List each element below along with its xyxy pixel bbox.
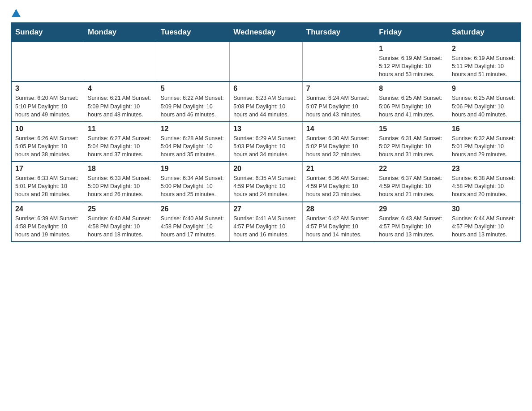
day-info: Sunrise: 6:30 AM Sunset: 5:02 PM Dayligh…	[306, 134, 372, 158]
day-number: 3	[15, 85, 80, 93]
day-info: Sunrise: 6:44 AM Sunset: 4:57 PM Dayligh…	[452, 214, 517, 239]
calendar-week-2: 3Sunrise: 6:20 AM Sunset: 5:10 PM Daylig…	[11, 81, 521, 121]
calendar-cell: 25Sunrise: 6:40 AM Sunset: 4:58 PM Dayli…	[84, 202, 157, 242]
day-number: 29	[379, 205, 444, 213]
weekday-header-wednesday: Wednesday	[230, 23, 303, 42]
day-info: Sunrise: 6:33 AM Sunset: 5:00 PM Dayligh…	[88, 174, 153, 198]
day-number: 25	[88, 205, 153, 213]
calendar-cell: 21Sunrise: 6:36 AM Sunset: 4:59 PM Dayli…	[302, 162, 375, 201]
day-info: Sunrise: 6:37 AM Sunset: 4:59 PM Dayligh…	[379, 174, 444, 198]
day-info: Sunrise: 6:40 AM Sunset: 4:58 PM Dayligh…	[88, 214, 153, 239]
calendar-cell: 30Sunrise: 6:44 AM Sunset: 4:57 PM Dayli…	[448, 202, 521, 242]
day-info: Sunrise: 6:35 AM Sunset: 4:59 PM Dayligh…	[233, 174, 299, 198]
day-number: 30	[452, 205, 517, 213]
calendar-cell: 14Sunrise: 6:30 AM Sunset: 5:02 PM Dayli…	[302, 122, 375, 162]
calendar-cell: 20Sunrise: 6:35 AM Sunset: 4:59 PM Dayli…	[230, 162, 303, 201]
calendar-cell: 24Sunrise: 6:39 AM Sunset: 4:58 PM Dayli…	[11, 202, 84, 242]
day-info: Sunrise: 6:22 AM Sunset: 5:09 PM Dayligh…	[161, 94, 226, 118]
weekday-header-tuesday: Tuesday	[157, 23, 230, 42]
calendar-cell: 16Sunrise: 6:32 AM Sunset: 5:01 PM Dayli…	[448, 122, 521, 162]
day-number: 15	[379, 125, 444, 133]
weekday-header-sunday: Sunday	[11, 23, 84, 42]
day-number: 2	[452, 45, 517, 53]
day-number: 22	[379, 165, 444, 173]
calendar-cell: 26Sunrise: 6:40 AM Sunset: 4:58 PM Dayli…	[157, 202, 230, 242]
weekday-header-friday: Friday	[375, 23, 448, 42]
day-info: Sunrise: 6:39 AM Sunset: 4:58 PM Dayligh…	[15, 214, 80, 239]
day-info: Sunrise: 6:25 AM Sunset: 5:06 PM Dayligh…	[379, 94, 444, 118]
day-info: Sunrise: 6:27 AM Sunset: 5:04 PM Dayligh…	[88, 134, 153, 158]
calendar-cell	[302, 42, 375, 81]
calendar-cell: 17Sunrise: 6:33 AM Sunset: 5:01 PM Dayli…	[11, 162, 84, 201]
calendar-cell: 11Sunrise: 6:27 AM Sunset: 5:04 PM Dayli…	[84, 122, 157, 162]
day-info: Sunrise: 6:23 AM Sunset: 5:08 PM Dayligh…	[233, 94, 299, 118]
day-info: Sunrise: 6:40 AM Sunset: 4:58 PM Dayligh…	[161, 214, 226, 239]
day-number: 28	[306, 205, 372, 213]
calendar-cell	[84, 42, 157, 81]
day-number: 26	[161, 205, 226, 213]
calendar-cell: 22Sunrise: 6:37 AM Sunset: 4:59 PM Dayli…	[375, 162, 448, 201]
calendar-cell: 5Sunrise: 6:22 AM Sunset: 5:09 PM Daylig…	[157, 81, 230, 121]
day-number: 1	[379, 45, 444, 53]
day-info: Sunrise: 6:21 AM Sunset: 5:09 PM Dayligh…	[88, 94, 153, 118]
calendar-cell: 1Sunrise: 6:19 AM Sunset: 5:12 PM Daylig…	[375, 42, 448, 81]
weekday-header-thursday: Thursday	[302, 23, 375, 42]
day-number: 17	[15, 165, 80, 173]
calendar-cell: 9Sunrise: 6:25 AM Sunset: 5:06 PM Daylig…	[448, 81, 521, 121]
day-info: Sunrise: 6:41 AM Sunset: 4:57 PM Dayligh…	[233, 214, 299, 239]
calendar-cell: 6Sunrise: 6:23 AM Sunset: 5:08 PM Daylig…	[230, 81, 303, 121]
weekday-header-saturday: Saturday	[448, 23, 521, 42]
calendar-cell: 10Sunrise: 6:26 AM Sunset: 5:05 PM Dayli…	[11, 122, 84, 162]
day-info: Sunrise: 6:36 AM Sunset: 4:59 PM Dayligh…	[306, 174, 372, 198]
calendar-cell: 27Sunrise: 6:41 AM Sunset: 4:57 PM Dayli…	[230, 202, 303, 242]
day-number: 20	[233, 165, 299, 173]
calendar-cell: 8Sunrise: 6:25 AM Sunset: 5:06 PM Daylig…	[375, 81, 448, 121]
day-number: 24	[15, 205, 80, 213]
day-info: Sunrise: 6:19 AM Sunset: 5:12 PM Dayligh…	[379, 54, 444, 78]
day-info: Sunrise: 6:25 AM Sunset: 5:06 PM Dayligh…	[452, 94, 517, 118]
calendar-cell: 28Sunrise: 6:42 AM Sunset: 4:57 PM Dayli…	[302, 202, 375, 242]
page-header	[11, 11, 521, 15]
day-number: 23	[452, 165, 517, 173]
calendar-week-5: 24Sunrise: 6:39 AM Sunset: 4:58 PM Dayli…	[11, 202, 521, 242]
day-number: 7	[306, 85, 372, 93]
day-info: Sunrise: 6:26 AM Sunset: 5:05 PM Dayligh…	[15, 134, 80, 158]
calendar-cell: 2Sunrise: 6:19 AM Sunset: 5:11 PM Daylig…	[448, 42, 521, 81]
day-info: Sunrise: 6:33 AM Sunset: 5:01 PM Dayligh…	[15, 174, 80, 198]
day-number: 9	[452, 85, 517, 93]
day-number: 27	[233, 205, 299, 213]
calendar-table: SundayMondayTuesdayWednesdayThursdayFrid…	[11, 22, 521, 242]
day-info: Sunrise: 6:29 AM Sunset: 5:03 PM Dayligh…	[233, 134, 299, 158]
calendar-cell: 19Sunrise: 6:34 AM Sunset: 5:00 PM Dayli…	[157, 162, 230, 201]
calendar-cell: 7Sunrise: 6:24 AM Sunset: 5:07 PM Daylig…	[302, 81, 375, 121]
day-number: 12	[161, 125, 226, 133]
calendar-cell	[11, 42, 84, 81]
calendar-cell: 3Sunrise: 6:20 AM Sunset: 5:10 PM Daylig…	[11, 81, 84, 121]
weekday-header-monday: Monday	[84, 23, 157, 42]
calendar-cell	[230, 42, 303, 81]
day-info: Sunrise: 6:42 AM Sunset: 4:57 PM Dayligh…	[306, 214, 372, 239]
day-info: Sunrise: 6:31 AM Sunset: 5:02 PM Dayligh…	[379, 134, 444, 158]
day-info: Sunrise: 6:28 AM Sunset: 5:04 PM Dayligh…	[161, 134, 226, 158]
day-info: Sunrise: 6:43 AM Sunset: 4:57 PM Dayligh…	[379, 214, 444, 239]
day-number: 11	[88, 125, 153, 133]
calendar-week-3: 10Sunrise: 6:26 AM Sunset: 5:05 PM Dayli…	[11, 122, 521, 162]
day-number: 18	[88, 165, 153, 173]
day-info: Sunrise: 6:24 AM Sunset: 5:07 PM Dayligh…	[306, 94, 372, 118]
calendar-cell: 13Sunrise: 6:29 AM Sunset: 5:03 PM Dayli…	[230, 122, 303, 162]
calendar-week-4: 17Sunrise: 6:33 AM Sunset: 5:01 PM Dayli…	[11, 162, 521, 201]
calendar-cell: 23Sunrise: 6:38 AM Sunset: 4:58 PM Dayli…	[448, 162, 521, 201]
calendar-cell: 29Sunrise: 6:43 AM Sunset: 4:57 PM Dayli…	[375, 202, 448, 242]
weekday-header-row: SundayMondayTuesdayWednesdayThursdayFrid…	[11, 23, 521, 42]
day-info: Sunrise: 6:20 AM Sunset: 5:10 PM Dayligh…	[15, 94, 80, 118]
calendar-cell: 15Sunrise: 6:31 AM Sunset: 5:02 PM Dayli…	[375, 122, 448, 162]
day-number: 4	[88, 85, 153, 93]
calendar-cell: 18Sunrise: 6:33 AM Sunset: 5:00 PM Dayli…	[84, 162, 157, 201]
day-number: 14	[306, 125, 372, 133]
day-info: Sunrise: 6:32 AM Sunset: 5:01 PM Dayligh…	[452, 134, 517, 158]
calendar-cell: 12Sunrise: 6:28 AM Sunset: 5:04 PM Dayli…	[157, 122, 230, 162]
day-number: 21	[306, 165, 372, 173]
calendar-cell	[157, 42, 230, 81]
calendar-week-1: 1Sunrise: 6:19 AM Sunset: 5:12 PM Daylig…	[11, 42, 521, 81]
day-number: 16	[452, 125, 517, 133]
